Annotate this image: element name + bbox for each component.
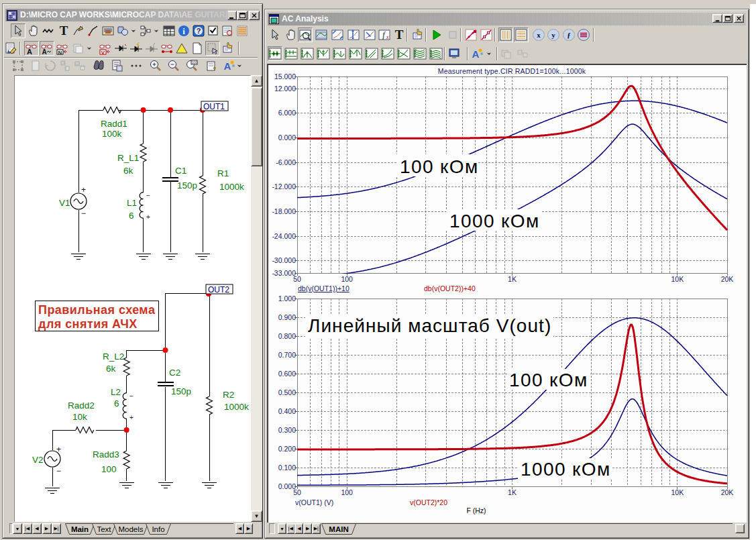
svg-text:6: 6: [129, 211, 134, 221]
svg-text:Models: Models: [118, 525, 143, 533]
svg-text:100k: 100k: [102, 129, 122, 139]
svg-text:0.700: 0.700: [278, 351, 296, 359]
svg-text:50: 50: [293, 275, 301, 283]
svg-text:1K: 1K: [508, 488, 517, 496]
svg-text:+: +: [129, 414, 133, 421]
svg-text:+: +: [81, 185, 86, 195]
svg-text:100 кОм: 100 кОм: [400, 156, 479, 177]
svg-text:−: −: [146, 192, 150, 199]
svg-text:Text: Text: [97, 525, 111, 533]
svg-text:+: +: [56, 445, 61, 454]
svg-text:6: 6: [114, 398, 119, 409]
svg-text:L1: L1: [127, 198, 137, 208]
svg-text:C1: C1: [175, 166, 186, 176]
svg-text:50: 50: [293, 488, 301, 496]
svg-text:+: +: [146, 213, 150, 221]
svg-text:100: 100: [191, 60, 197, 64]
svg-text:150p: 150p: [177, 180, 197, 191]
svg-text:-30.000: -30.000: [272, 256, 296, 264]
svg-text:1K: 1K: [508, 275, 517, 283]
svg-text:x: x: [537, 31, 541, 39]
svg-text:v(OUT1) (V): v(OUT1) (V): [295, 498, 333, 506]
svg-text:0.400: 0.400: [278, 407, 296, 415]
svg-text:A: A: [224, 60, 231, 72]
svg-text:−: −: [81, 209, 86, 218]
svg-text:MAIN: MAIN: [329, 525, 348, 533]
svg-text:db(v(OUT1))+10: db(v(OUT1))+10: [298, 284, 349, 292]
svg-text:Radd1: Radd1: [101, 119, 127, 129]
svg-text:-33.000: -33.000: [272, 269, 296, 277]
svg-text:v(OUT2)*20: v(OUT2)*20: [410, 498, 447, 506]
svg-text:x: x: [386, 34, 389, 40]
svg-text:1000k: 1000k: [219, 182, 244, 192]
svg-text:1.000: 1.000: [278, 294, 296, 303]
svg-text:100: 100: [341, 488, 353, 496]
svg-text:y: y: [551, 31, 555, 39]
svg-text:Main: Main: [71, 525, 89, 533]
svg-text:150p: 150p: [171, 386, 191, 396]
svg-text:6k: 6k: [106, 364, 116, 374]
svg-text:1000 кОм: 1000 кОм: [449, 211, 540, 231]
svg-text:10K: 10K: [671, 275, 684, 283]
svg-text:Правильная схема: Правильная схема: [38, 303, 156, 317]
svg-text:-12.000: -12.000: [272, 182, 296, 191]
svg-text:C2: C2: [169, 368, 180, 378]
svg-text:10K: 10K: [671, 488, 684, 496]
svg-text:−: −: [56, 466, 61, 476]
svg-text:Radd3: Radd3: [93, 449, 119, 460]
svg-text:N: N: [58, 50, 62, 56]
svg-text:20K: 20K: [721, 275, 734, 283]
svg-text:1000 кОм: 1000 кОм: [521, 459, 611, 480]
svg-text:0.800: 0.800: [278, 332, 296, 340]
svg-text:100: 100: [341, 275, 353, 283]
svg-text:Info: Info: [152, 525, 164, 533]
svg-text:−: −: [129, 392, 133, 400]
svg-text:OUT1: OUT1: [203, 102, 225, 111]
svg-text:i: i: [182, 26, 185, 36]
svg-text:R1: R1: [217, 168, 229, 178]
svg-text:ƒ: ƒ: [567, 31, 571, 39]
svg-text:T: T: [60, 24, 68, 38]
svg-text:-24.000: -24.000: [272, 232, 296, 240]
svg-text:V: V: [101, 50, 105, 56]
svg-text:?: ?: [197, 27, 201, 35]
svg-text:R_L1: R_L1: [117, 153, 139, 163]
svg-text:для снятия АЧХ: для снятия АЧХ: [38, 317, 138, 331]
svg-text:0.900: 0.900: [278, 313, 296, 321]
svg-text:V1: V1: [59, 198, 70, 208]
svg-text:R2: R2: [223, 390, 234, 400]
svg-text:6k: 6k: [123, 166, 133, 176]
svg-text:V2: V2: [32, 455, 44, 465]
svg-text:R_L2: R_L2: [103, 352, 124, 362]
svg-text:Линейный масштаб V(out): Линейный масштаб V(out): [308, 315, 551, 336]
svg-text:-18.000: -18.000: [272, 207, 296, 215]
svg-text:A: A: [472, 48, 480, 60]
svg-text:A: A: [42, 48, 46, 55]
svg-text:Radd2: Radd2: [68, 400, 95, 411]
svg-text:0.300: 0.300: [278, 426, 296, 434]
svg-text:F (Hz): F (Hz): [466, 506, 486, 515]
svg-text:-6.000: -6.000: [276, 158, 296, 166]
svg-text:10k: 10k: [72, 412, 87, 422]
svg-text:OUT2: OUT2: [208, 285, 229, 294]
svg-text:0.100: 0.100: [278, 464, 296, 472]
svg-text:Measurement type.CIR RADD1=100: Measurement type.CIR RADD1=100k...1000k: [438, 67, 586, 75]
svg-text:L2: L2: [111, 387, 121, 397]
svg-text:1000k: 1000k: [224, 402, 249, 412]
svg-text:A: A: [27, 48, 32, 55]
svg-text:15.000: 15.000: [274, 72, 296, 80]
svg-text:db(v(OUT2))+40: db(v(OUT2))+40: [424, 284, 476, 292]
svg-text:0.200: 0.200: [278, 445, 296, 453]
svg-text:T: T: [395, 28, 404, 42]
svg-text:6.000: 6.000: [278, 109, 296, 117]
svg-text:100 кОм: 100 кОм: [509, 370, 588, 390]
svg-text:20K: 20K: [721, 488, 734, 496]
svg-text:0.600: 0.600: [278, 370, 296, 378]
svg-text:12.000: 12.000: [274, 85, 296, 93]
svg-text:100: 100: [101, 464, 117, 474]
svg-text:0.000: 0.000: [278, 133, 296, 142]
svg-text:0.500: 0.500: [278, 388, 296, 396]
